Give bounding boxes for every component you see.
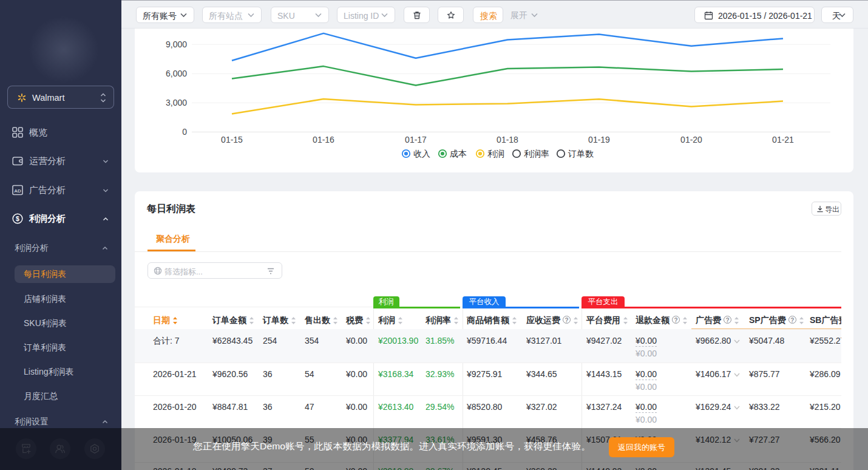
svg-text:01-21: 01-21 [772,135,794,145]
svg-text:利润率: 利润率 [524,149,549,158]
svg-text:$: $ [16,215,19,222]
svg-text:9,000: 9,000 [166,39,187,49]
svg-text:成本: 成本 [450,149,467,158]
svg-text:01-17: 01-17 [405,135,427,145]
svg-text:利润: 利润 [487,149,504,158]
svg-text:3,000: 3,000 [166,98,187,107]
svg-text:0: 0 [182,127,187,137]
svg-text:01-16: 01-16 [313,135,334,145]
svg-text:01-15: 01-15 [221,135,243,145]
svg-text:01-20: 01-20 [680,135,702,145]
svg-text:AD: AD [14,188,21,194]
svg-text:收入: 收入 [413,149,430,158]
svg-text:01-18: 01-18 [497,135,518,145]
svg-text:01-19: 01-19 [588,135,610,145]
svg-text:6,000: 6,000 [166,69,187,78]
svg-text:订单数: 订单数 [568,149,594,158]
